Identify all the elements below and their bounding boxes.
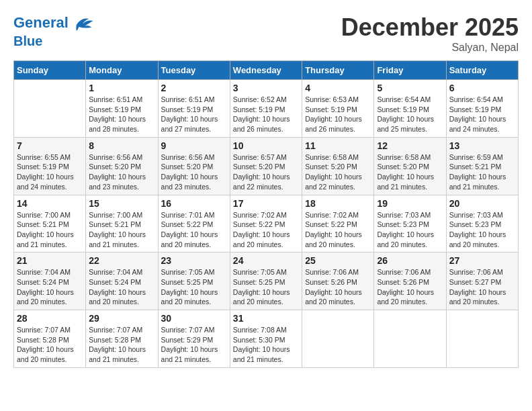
day-detail: Sunrise: 7:05 AMSunset: 5:25 PMDaylight:… [233,267,299,307]
calendar-cell: 27Sunrise: 7:06 AMSunset: 5:27 PMDayligh… [446,253,518,310]
calendar-week-row: 1Sunrise: 6:51 AMSunset: 5:19 PMDaylight… [14,80,519,138]
day-number: 18 [305,198,371,209]
day-detail: Sunrise: 6:52 AMSunset: 5:19 PMDaylight:… [233,95,299,134]
calendar-cell: 13Sunrise: 6:59 AMSunset: 5:21 PMDayligh… [446,137,518,195]
logo: General Blue [13,13,94,48]
calendar-cell: 24Sunrise: 7:05 AMSunset: 5:25 PMDayligh… [230,253,302,310]
day-detail: Sunrise: 7:02 AMSunset: 5:22 PMDaylight:… [305,210,371,250]
calendar-cell: 1Sunrise: 6:51 AMSunset: 5:19 PMDaylight… [86,80,158,138]
day-number: 21 [17,255,83,266]
day-detail: Sunrise: 7:06 AMSunset: 5:27 PMDaylight:… [449,267,515,307]
day-number: 29 [89,313,154,324]
day-detail: Sunrise: 7:07 AMSunset: 5:29 PMDaylight:… [161,325,227,365]
day-detail: Sunrise: 6:56 AMSunset: 5:20 PMDaylight:… [89,152,154,192]
day-detail: Sunrise: 7:03 AMSunset: 5:23 PMDaylight:… [449,210,515,250]
day-detail: Sunrise: 6:59 AMSunset: 5:21 PMDaylight:… [449,152,515,192]
day-number: 7 [17,140,83,151]
calendar-cell: 16Sunrise: 7:01 AMSunset: 5:22 PMDayligh… [158,195,230,253]
calendar-table: SundayMondayTuesdayWednesdayThursdayFrid… [13,60,519,368]
day-detail: Sunrise: 7:08 AMSunset: 5:30 PMDaylight:… [233,325,299,365]
calendar-week-row: 14Sunrise: 7:00 AMSunset: 5:21 PMDayligh… [14,195,519,253]
day-detail: Sunrise: 6:55 AMSunset: 5:19 PMDaylight:… [17,152,83,192]
day-number: 8 [89,140,154,151]
weekday-header-cell: Monday [86,61,158,80]
day-detail: Sunrise: 7:07 AMSunset: 5:28 PMDaylight:… [17,325,83,365]
day-number: 28 [17,313,83,324]
calendar-cell: 28Sunrise: 7:07 AMSunset: 5:28 PMDayligh… [14,310,86,368]
day-detail: Sunrise: 6:53 AMSunset: 5:19 PMDaylight:… [305,95,371,134]
day-number: 24 [233,255,299,266]
day-number: 14 [17,198,83,209]
weekday-header-cell: Sunday [14,61,86,80]
day-number: 31 [233,313,299,324]
day-number: 30 [161,313,227,324]
calendar-body: 1Sunrise: 6:51 AMSunset: 5:19 PMDaylight… [14,80,519,368]
calendar-cell [446,310,518,368]
weekday-header-cell: Friday [374,61,446,80]
day-number: 3 [233,83,299,93]
weekday-header-cell: Tuesday [158,61,230,80]
calendar-cell: 20Sunrise: 7:03 AMSunset: 5:23 PMDayligh… [446,195,518,253]
logo-blue: Blue [13,34,94,48]
day-detail: Sunrise: 6:51 AMSunset: 5:19 PMDaylight:… [89,95,154,134]
location: Salyan, Nepal [341,42,519,54]
calendar-cell: 12Sunrise: 6:58 AMSunset: 5:20 PMDayligh… [374,137,446,195]
calendar-cell: 18Sunrise: 7:02 AMSunset: 5:22 PMDayligh… [302,195,374,253]
day-number: 22 [89,255,154,266]
day-number: 2 [161,83,227,93]
calendar-cell: 17Sunrise: 7:02 AMSunset: 5:22 PMDayligh… [230,195,302,253]
page-header: General Blue December 2025 Salyan, Nepal [13,13,519,54]
calendar-cell: 9Sunrise: 6:56 AMSunset: 5:20 PMDaylight… [158,137,230,195]
day-number: 15 [89,198,154,209]
day-number: 4 [305,83,371,93]
day-number: 17 [233,198,299,209]
day-detail: Sunrise: 7:06 AMSunset: 5:26 PMDaylight:… [305,267,371,307]
month-title: December 2025 [341,13,519,42]
calendar-week-row: 28Sunrise: 7:07 AMSunset: 5:28 PMDayligh… [14,310,519,368]
calendar-cell [374,310,446,368]
day-detail: Sunrise: 6:54 AMSunset: 5:19 PMDaylight:… [377,95,443,134]
day-number: 10 [233,140,299,151]
day-detail: Sunrise: 6:58 AMSunset: 5:20 PMDaylight:… [305,152,371,192]
calendar-cell: 14Sunrise: 7:00 AMSunset: 5:21 PMDayligh… [14,195,86,253]
day-detail: Sunrise: 7:02 AMSunset: 5:22 PMDaylight:… [233,210,299,250]
calendar-week-row: 21Sunrise: 7:04 AMSunset: 5:24 PMDayligh… [14,253,519,310]
day-number: 5 [377,83,443,93]
calendar-cell: 8Sunrise: 6:56 AMSunset: 5:20 PMDaylight… [86,137,158,195]
calendar-cell: 5Sunrise: 6:54 AMSunset: 5:19 PMDaylight… [374,80,446,138]
day-number: 9 [161,140,227,151]
day-detail: Sunrise: 7:01 AMSunset: 5:22 PMDaylight:… [161,210,227,250]
day-detail: Sunrise: 6:56 AMSunset: 5:20 PMDaylight:… [161,152,227,192]
calendar-cell: 10Sunrise: 6:57 AMSunset: 5:20 PMDayligh… [230,137,302,195]
day-detail: Sunrise: 6:58 AMSunset: 5:20 PMDaylight:… [377,152,443,192]
title-area: December 2025 Salyan, Nepal [341,13,519,54]
day-number: 25 [305,255,371,266]
day-detail: Sunrise: 7:07 AMSunset: 5:28 PMDaylight:… [89,325,154,365]
day-number: 26 [377,255,443,266]
calendar-cell: 3Sunrise: 6:52 AMSunset: 5:19 PMDaylight… [230,80,302,138]
calendar-cell: 30Sunrise: 7:07 AMSunset: 5:29 PMDayligh… [158,310,230,368]
calendar-cell [302,310,374,368]
day-detail: Sunrise: 6:54 AMSunset: 5:19 PMDaylight:… [449,95,515,134]
day-detail: Sunrise: 7:00 AMSunset: 5:21 PMDaylight:… [89,210,154,250]
day-number: 13 [449,140,515,151]
day-number: 27 [449,255,515,266]
calendar-cell [14,80,86,138]
day-detail: Sunrise: 7:04 AMSunset: 5:24 PMDaylight:… [89,267,154,307]
day-number: 23 [161,255,227,266]
logo-text: General [13,13,94,34]
day-detail: Sunrise: 7:04 AMSunset: 5:24 PMDaylight:… [17,267,83,307]
calendar-cell: 2Sunrise: 6:51 AMSunset: 5:19 PMDaylight… [158,80,230,138]
calendar-cell: 7Sunrise: 6:55 AMSunset: 5:19 PMDaylight… [14,137,86,195]
weekday-header-cell: Wednesday [230,61,302,80]
calendar-cell: 31Sunrise: 7:08 AMSunset: 5:30 PMDayligh… [230,310,302,368]
calendar-cell: 29Sunrise: 7:07 AMSunset: 5:28 PMDayligh… [86,310,158,368]
day-number: 19 [377,198,443,209]
weekday-header-cell: Saturday [446,61,518,80]
weekday-header-row: SundayMondayTuesdayWednesdayThursdayFrid… [14,61,519,80]
calendar-cell: 6Sunrise: 6:54 AMSunset: 5:19 PMDaylight… [446,80,518,138]
calendar-week-row: 7Sunrise: 6:55 AMSunset: 5:19 PMDaylight… [14,137,519,195]
day-detail: Sunrise: 7:00 AMSunset: 5:21 PMDaylight:… [17,210,83,250]
calendar-cell: 22Sunrise: 7:04 AMSunset: 5:24 PMDayligh… [86,253,158,310]
day-number: 1 [89,83,154,93]
